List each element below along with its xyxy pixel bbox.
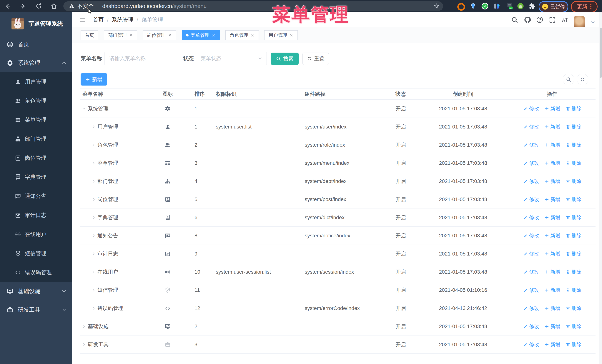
delete-link[interactable]: 删除 [566,160,581,166]
delete-link[interactable]: 删除 [566,341,581,348]
expand-row-icon[interactable] [91,288,96,292]
edit-link[interactable]: 修改 [523,287,539,293]
sidebar-subitem-短信管理[interactable]: 短信管理 [0,244,72,263]
extensions-puzzle-icon[interactable] [528,2,536,10]
tab-菜单管理[interactable]: 菜单管理 [182,30,220,40]
reload-icon[interactable] [35,3,42,10]
edit-link[interactable]: 修改 [523,196,539,203]
sidebar-item-研发工具[interactable]: 研发工具 [0,301,72,319]
user-avatar[interactable] [574,16,585,29]
delete-link[interactable]: 删除 [566,214,581,221]
delete-link[interactable]: 删除 [566,124,581,130]
sidebar-item-系统管理[interactable]: 系统管理 [0,54,72,72]
sidebar-item-基础设施[interactable]: 基础设施 [0,282,72,301]
paused-extension-badge[interactable]: 已暂停 [539,1,568,12]
add-link[interactable]: 新增 [544,287,560,293]
github-icon[interactable] [524,16,531,23]
delete-link[interactable]: 删除 [566,323,581,330]
sidebar-subitem-角色管理[interactable]: 角色管理 [0,91,72,110]
edit-link[interactable]: 修改 [523,305,539,312]
add-link[interactable]: 新增 [544,250,560,257]
close-tab-icon[interactable] [168,33,172,37]
sidebar-item-首页[interactable]: 首页 [0,35,72,54]
extension-gem-icon[interactable] [469,2,477,10]
add-link[interactable]: 新增 [544,214,560,221]
refresh-button[interactable] [577,74,588,85]
app-logo-row[interactable]: 芋道管理系统 [0,12,72,35]
tab-用户管理[interactable]: 用户管理 [264,30,298,40]
edit-link[interactable]: 修改 [523,178,539,185]
extension-orange-icon[interactable] [457,2,464,10]
delete-link[interactable]: 删除 [566,105,581,112]
tab-角色管理[interactable]: 角色管理 [226,30,259,40]
delete-link[interactable]: 删除 [566,232,581,239]
bookmark-star-icon[interactable] [433,3,440,10]
sidebar-subitem-审计日志[interactable]: 审计日志 [0,206,72,225]
close-tab-icon[interactable] [129,33,133,37]
font-size-icon[interactable] [561,16,569,23]
tab-部门管理[interactable]: 部门管理 [104,30,137,40]
delete-link[interactable]: 删除 [566,196,581,203]
reset-button[interactable]: 重置 [302,52,329,65]
add-button[interactable]: 新增 [81,73,107,85]
status-select[interactable]: 菜单状态 [196,52,267,65]
sidebar-subitem-错误码管理[interactable]: 错误码管理 [0,263,72,282]
collapse-row-icon[interactable] [82,106,86,111]
expand-row-icon[interactable] [91,306,96,311]
browser-update-button[interactable]: 更新 [571,1,598,12]
breadcrumb-system[interactable]: 系统管理 [112,16,133,23]
extension-on-icon[interactable]: on [506,2,513,10]
delete-link[interactable]: 删除 [566,305,581,312]
add-link[interactable]: 新增 [544,305,560,312]
edit-link[interactable]: 修改 [523,269,539,275]
forward-icon[interactable] [20,3,27,10]
sidebar-subitem-部门管理[interactable]: 部门管理 [0,129,72,148]
edit-link[interactable]: 修改 [523,124,539,130]
delete-link[interactable]: 删除 [566,287,581,293]
add-link[interactable]: 新增 [544,323,560,330]
edit-link[interactable]: 修改 [523,232,539,239]
search-button[interactable]: 搜索 [271,52,299,65]
address-bar[interactable]: 不安全 dashboard.yudao.iocoder.cn/system/me… [63,1,443,11]
tab-岗位管理[interactable]: 岗位管理 [143,30,176,40]
add-link[interactable]: 新增 [544,232,560,239]
expand-row-icon[interactable] [91,197,96,202]
edit-link[interactable]: 修改 [523,160,539,166]
delete-link[interactable]: 删除 [566,250,581,257]
hamburger-icon[interactable] [79,16,86,24]
browser-menu-icon[interactable] [590,4,591,9]
add-link[interactable]: 新增 [544,196,560,203]
menu-name-input[interactable] [104,52,176,65]
add-link[interactable]: 新增 [544,341,560,348]
expand-row-icon[interactable] [91,161,96,166]
header-search-icon[interactable] [511,16,518,23]
edit-link[interactable]: 修改 [523,250,539,257]
add-link[interactable]: 新增 [544,160,560,166]
delete-link[interactable]: 删除 [566,142,581,148]
edit-link[interactable]: 修改 [523,323,539,330]
edit-link[interactable]: 修改 [523,214,539,221]
scrollbar-thumb[interactable] [600,28,602,78]
close-tab-icon[interactable] [212,33,215,37]
avatar-caret-down-icon[interactable] [590,20,596,25]
expand-row-icon[interactable] [91,179,96,184]
breadcrumb-home[interactable]: 首页 [93,16,104,23]
expand-row-icon[interactable] [91,125,96,129]
add-link[interactable]: 新增 [544,142,560,148]
add-link[interactable]: 新增 [544,178,560,185]
sidebar-subitem-字典管理[interactable]: 字典管理 [0,167,72,187]
sidebar-subitem-在线用户[interactable]: 在线用户 [0,225,72,244]
expand-row-icon[interactable] [82,324,86,329]
edit-link[interactable]: 修改 [523,142,539,148]
expand-row-icon[interactable] [91,215,96,220]
back-icon[interactable] [4,3,11,10]
close-tab-icon[interactable] [289,33,293,37]
scrollbar[interactable] [599,12,602,364]
edit-link[interactable]: 修改 [523,105,539,112]
expand-row-icon[interactable] [91,251,96,256]
help-icon[interactable] [536,16,543,23]
sidebar-subitem-用户管理[interactable]: 用户管理 [0,72,72,91]
expand-row-icon[interactable] [91,270,96,274]
expand-row-icon[interactable] [82,342,86,347]
delete-link[interactable]: 删除 [566,269,581,275]
